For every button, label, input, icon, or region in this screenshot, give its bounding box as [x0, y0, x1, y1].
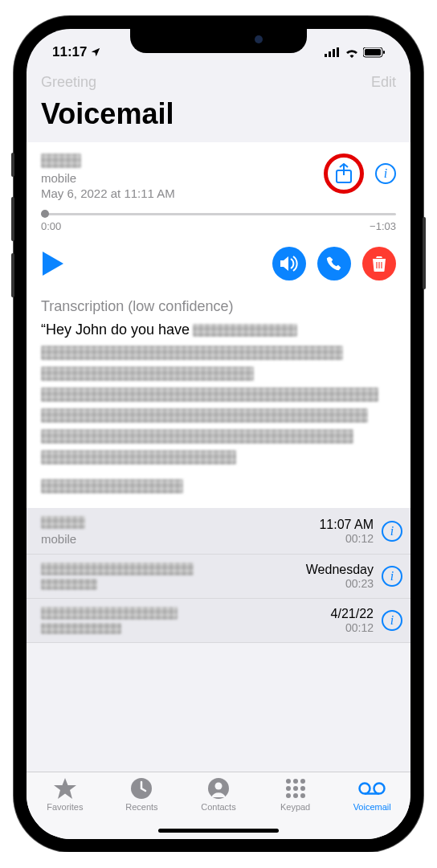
info-glyph: i [390, 524, 394, 538]
delete-button[interactable] [362, 247, 396, 280]
info-glyph: i [390, 569, 394, 583]
location-icon [90, 47, 101, 58]
row-info-button[interactable]: i [382, 566, 402, 587]
greeting-button[interactable]: Greeting [41, 74, 96, 91]
svg-point-17 [286, 793, 291, 798]
tab-label: Favorites [47, 802, 83, 812]
status-time: 11:17 [52, 44, 87, 60]
voicemail-expanded-card: mobile May 6, 2022 at 11:11 AM i 0:00 [27, 142, 410, 508]
svg-point-21 [374, 784, 385, 794]
svg-point-13 [300, 779, 305, 784]
tab-label: Contacts [201, 802, 235, 812]
screen: 11:17 Greeting Edit Voicemail mobile [27, 29, 410, 839]
transcription-redacted-line [41, 429, 353, 444]
row-name-redacted [41, 607, 178, 620]
volume-up [11, 197, 14, 241]
edit-button[interactable]: Edit [371, 74, 396, 91]
row-time: Wednesday [306, 563, 374, 577]
person-icon [208, 778, 229, 799]
tab-label: Keypad [280, 802, 310, 812]
remaining-time: −1:03 [370, 220, 396, 232]
volume-down [11, 253, 14, 297]
svg-point-16 [300, 786, 305, 791]
silent-switch [11, 153, 14, 177]
notch [130, 29, 307, 53]
tab-voicemail[interactable]: Voicemail [340, 777, 404, 839]
voicemail-icon [358, 782, 386, 795]
row-name-redacted [41, 563, 194, 575]
share-button-highlight [324, 154, 364, 194]
row-label: mobile [41, 532, 311, 546]
caller-name-redacted [41, 154, 81, 168]
svg-point-20 [360, 784, 370, 794]
keypad-icon [285, 778, 306, 799]
speaker-icon [280, 256, 298, 272]
transcription-text: “Hey John do you have [41, 320, 396, 339]
tab-label: Voicemail [353, 802, 391, 812]
svg-rect-2 [333, 49, 335, 57]
transcription-redacted-line [41, 366, 254, 381]
voicemail-row[interactable]: mobile 11:07 AM 00:12 i [27, 508, 410, 555]
voicemail-list: mobile 11:07 AM 00:12 i Wednesday [27, 508, 410, 643]
svg-rect-6 [383, 51, 385, 54]
star-icon [54, 778, 76, 799]
row-info-button[interactable]: i [382, 610, 402, 631]
scrubber-thumb[interactable] [41, 210, 49, 218]
row-time: 4/21/22 [331, 607, 374, 621]
home-indicator[interactable] [158, 829, 279, 833]
svg-point-11 [286, 779, 291, 784]
elapsed-time: 0:00 [41, 220, 61, 232]
transcription-visible-text: “Hey John do you have [41, 321, 190, 338]
power-button [423, 217, 426, 289]
svg-point-18 [293, 793, 298, 798]
row-label-redacted [41, 623, 121, 634]
row-info-button[interactable]: i [382, 521, 402, 542]
voicemail-date: May 6, 2022 at 11:11 AM [41, 186, 324, 200]
wifi-icon [345, 47, 359, 58]
transcription-redacted-inline [193, 324, 297, 337]
svg-rect-5 [365, 49, 381, 55]
phone-frame: 11:17 Greeting Edit Voicemail mobile [14, 16, 423, 852]
transcription-redacted-line [41, 387, 378, 402]
playback-scrubber[interactable] [41, 213, 396, 215]
row-time: 11:07 AM [319, 518, 374, 532]
transcription-redacted-line [41, 408, 368, 423]
row-name-redacted [41, 516, 85, 529]
transcription-redacted-line [41, 450, 236, 465]
svg-rect-3 [337, 47, 339, 57]
phone-icon [326, 256, 342, 272]
trash-icon [372, 256, 386, 272]
tab-label: Recents [125, 802, 157, 812]
voicemail-row[interactable]: Wednesday 00:23 i [27, 555, 410, 599]
row-duration: 00:12 [319, 532, 374, 545]
row-duration: 00:23 [306, 577, 374, 590]
speaker-button[interactable] [272, 247, 306, 280]
info-glyph: i [390, 613, 394, 628]
row-label-redacted [41, 579, 97, 590]
caller-label: mobile [41, 171, 324, 185]
tab-favorites[interactable]: Favorites [33, 777, 97, 839]
content: mobile May 6, 2022 at 11:11 AM i 0:00 [27, 142, 410, 772]
svg-point-19 [300, 793, 305, 798]
transcription-redacted-line [41, 479, 183, 493]
nav-bar: Greeting Edit [27, 68, 410, 92]
call-button[interactable] [317, 247, 351, 280]
info-button[interactable]: i [375, 163, 396, 184]
clock-icon [131, 778, 152, 799]
svg-point-14 [286, 786, 291, 791]
transcription-redacted-line [41, 346, 343, 360]
svg-rect-1 [329, 51, 331, 57]
svg-rect-0 [325, 54, 327, 57]
transcription-label: Transcription (low confidence) [41, 298, 396, 315]
page-title: Voicemail [27, 92, 410, 142]
battery-icon [363, 47, 385, 58]
svg-point-15 [293, 786, 298, 791]
play-button[interactable] [43, 252, 63, 276]
svg-point-10 [214, 783, 222, 790]
info-glyph: i [384, 166, 387, 181]
svg-point-12 [293, 779, 298, 784]
voicemail-row[interactable]: 4/21/22 00:12 i [27, 599, 410, 643]
cellular-icon [325, 47, 341, 57]
share-icon[interactable] [335, 163, 353, 184]
row-duration: 00:12 [331, 621, 374, 634]
